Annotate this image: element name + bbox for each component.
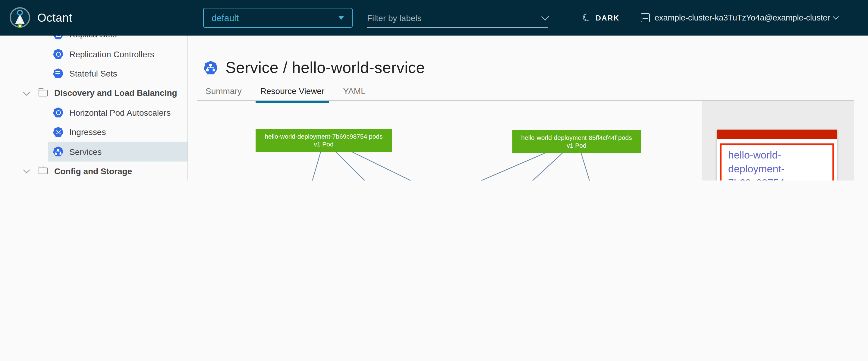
sidebar-item-replication-controllers[interactable]: Replication Controllers (0, 44, 187, 64)
sidebar-nav-list: Replica Sets Replication Controllers Sta… (0, 36, 187, 180)
replica-sets-icon (53, 36, 63, 39)
namespace-select[interactable]: default (203, 8, 352, 28)
chevron-down-icon[interactable] (23, 167, 30, 174)
folder-icon (38, 168, 48, 174)
graph-node-pod-7b69c98754[interactable]: hello-world-deployment-7b69c98754 pods v… (255, 129, 392, 152)
theme-toggle-label: DARK (596, 13, 620, 22)
horizontal-pod-autoscalers-icon (53, 107, 63, 118)
label-filter-input[interactable]: Filter by labels (367, 8, 548, 28)
sidebar-group-discovery-load-balancing[interactable]: Discovery and Load Balancing (0, 83, 187, 103)
sidebar-item-ingresses[interactable]: Ingresses (0, 122, 187, 142)
sidebar-item-stateful-sets[interactable]: Stateful Sets (0, 64, 187, 84)
tab-yaml[interactable]: YAML (343, 86, 366, 103)
stateful-sets-icon (53, 68, 63, 79)
graph-node-pod-85ff4cf44f[interactable]: hello-world-deployment-85ff4cf44f pods v… (513, 130, 641, 153)
alert-highlight-box: hello-world-deployment-7b69c98754 (720, 143, 834, 180)
page-header: Service / hello-world-service (204, 59, 425, 77)
app-header: Octant default Filter by labels ☾ DARK e… (0, 0, 868, 36)
octant-logo (10, 7, 30, 28)
sidebar-item-horizontal-pod-autoscalers[interactable]: Horizontal Pod Autoscalers (0, 103, 187, 122)
sidebar-group-config-and-storage[interactable]: Config and Storage (0, 161, 187, 180)
chevron-down-icon[interactable] (23, 89, 30, 96)
tab-resource-viewer[interactable]: Resource Viewer (260, 86, 324, 103)
namespace-value: default (212, 13, 239, 23)
ingresses-icon (53, 127, 63, 137)
cluster-context-label: example-cluster-ka3TuTzYo4a@example-clus… (655, 13, 830, 22)
alert-card: hello-world-deployment-7b69c98754 Expect… (717, 130, 837, 180)
tab-summary[interactable]: Summary (206, 86, 242, 103)
octant-app: Octant default Filter by labels ☾ DARK e… (0, 0, 868, 180)
label-filter-placeholder: Filter by labels (367, 13, 422, 23)
sidebar-item-services[interactable]: Services (48, 142, 187, 162)
app-title: Octant (37, 0, 72, 36)
alert-accent-bar (717, 130, 837, 139)
tab-bar: Summary Resource Viewer YAML (206, 86, 366, 103)
cluster-icon (641, 13, 650, 22)
chevron-down-icon (833, 13, 839, 20)
folder-icon (38, 90, 48, 96)
cluster-context-menu[interactable]: example-cluster-ka3TuTzYo4a@example-clus… (641, 0, 838, 36)
chevron-down-icon (541, 13, 549, 20)
replication-controllers-icon (53, 49, 63, 59)
resource-link[interactable]: hello-world-deployment-7b69c98754 (728, 150, 784, 180)
service-resource-icon (204, 61, 218, 75)
services-icon (53, 146, 63, 157)
sidebar-item-replica-sets[interactable]: Replica Sets (0, 36, 187, 44)
theme-toggle[interactable]: ☾ DARK (582, 0, 619, 36)
detail-panel: hello-world-deployment-7b69c98754 Expect… (702, 101, 854, 180)
sidebar: Replica Sets Replication Controllers Sta… (0, 36, 188, 180)
caret-down-icon (338, 16, 344, 20)
moon-icon: ☾ (581, 11, 593, 24)
page-title: Service / hello-world-service (225, 59, 425, 77)
